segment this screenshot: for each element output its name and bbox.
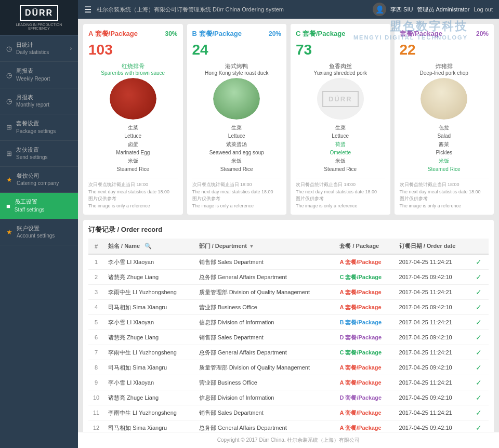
topbar-user-role: 管理员 Administrator xyxy=(417,6,469,14)
row-date: 2017-04-25 11:24:21 xyxy=(395,345,471,360)
sidebar-item-weekly-en: Weekly Report xyxy=(16,75,50,83)
row-num: 12 xyxy=(88,420,104,432)
row-date: 2017-04-25 09:42:10 xyxy=(395,420,471,432)
col-package: 套餐 / Package xyxy=(335,239,395,254)
package-a-count: 103 xyxy=(88,42,178,58)
row-status: ✓ xyxy=(471,315,489,330)
grid2-icon: ⊞ xyxy=(6,150,12,157)
logo-text: DÜRR xyxy=(20,5,58,21)
sidebar-item-catering[interactable]: ★ 餐饮公司 Catering company xyxy=(0,167,78,193)
package-b-image xyxy=(213,78,260,120)
clock3-icon: ◷ xyxy=(6,97,12,105)
row-date: 2017-04-25 09:42:10 xyxy=(395,360,471,375)
row-name: 诸慧亮 Zhuge Liang xyxy=(104,330,195,345)
row-name: 诸慧亮 Zhuge Liang xyxy=(104,270,195,285)
package-d-footer: 次日餐点统计截止当日 18:00 The next day meal stati… xyxy=(400,178,489,209)
row-status: ✓ xyxy=(471,390,489,405)
row-date: 2017-04-25 11:24:21 xyxy=(395,375,471,390)
row-num: 2 xyxy=(88,270,104,285)
sidebar-item-send-cn: 发伙设置 xyxy=(16,146,48,154)
package-c-count: 73 xyxy=(296,42,385,58)
col-date: 订餐日期 / Order date xyxy=(395,239,471,254)
row-package: A 套餐/Package xyxy=(335,405,395,420)
row-package: A 套餐/Package xyxy=(335,254,395,270)
sidebar-item-package-settings[interactable]: ⊞ 套餐设置 Package settings xyxy=(0,114,78,140)
table-row: 11 李雨中生 LI Yuzhongsheng 销售部 Sales Depart… xyxy=(88,405,489,420)
row-name: 李雨中生 LI Yuzhongsheng xyxy=(104,345,195,360)
sidebar-item-staff-cn: 员工设置 xyxy=(15,198,45,206)
avatar: 👤 xyxy=(373,3,386,16)
row-date: 2017-04-25 11:24:21 xyxy=(395,315,471,330)
package-a-pct: 30% xyxy=(165,30,177,37)
package-a-title: A 套餐/Package xyxy=(88,29,138,38)
logout-button[interactable]: Log out xyxy=(474,6,493,12)
sidebar-item-pkg-en: Package settings xyxy=(16,128,56,135)
package-b-footer: 次日餐点统计截止当日 18:00 The next day meal stati… xyxy=(192,178,282,209)
row-date: 2017-04-25 11:24:21 xyxy=(395,405,471,420)
main-area: ☰ 杜尔余装系统（上海）有限公司订餐管理系统 Dürr China Orderi… xyxy=(78,0,499,448)
row-date: 2017-04-25 09:42:10 xyxy=(395,270,471,285)
sidebar-item-weekly-cn: 周报表 xyxy=(16,67,50,75)
package-c-footer: 次日餐点统计截止当日 18:00 The next day meal stati… xyxy=(296,178,385,209)
row-dept: 总务部 General Affairs Department xyxy=(195,345,336,360)
table-row: 3 李雨中生 LI Yuzhongsheng 质量管理部 Division of… xyxy=(88,285,489,300)
sidebar-item-send-en: Send settings xyxy=(16,154,48,161)
row-package: C 套餐/Package xyxy=(335,270,395,285)
package-a-image xyxy=(110,78,156,120)
row-status: ✓ xyxy=(471,360,489,375)
package-c-main-dish: 鱼香肉丝 Yuxiang shredded pork xyxy=(296,62,385,76)
row-package: A 套餐/Package xyxy=(335,360,395,375)
row-date: 2017-04-25 09:42:10 xyxy=(395,390,471,405)
row-name: 诸慧亮 Zhuge Liang xyxy=(104,390,195,405)
footer-text: Copyright © 2017 Dürr China. 杜尔余装系统（上海）有… xyxy=(217,437,360,443)
sidebar-item-monthly-cn: 月报表 xyxy=(16,94,49,101)
row-num: 3 xyxy=(88,285,104,300)
row-package: A 套餐/Package xyxy=(335,285,395,300)
sidebar-item-send-settings[interactable]: ⊞ 发伙设置 Send settings xyxy=(0,141,78,167)
row-num: 10 xyxy=(88,390,104,405)
row-status: ✓ xyxy=(471,405,489,420)
durr-logo-placeholder: DÜRR xyxy=(322,91,359,107)
table-row: 6 诸慧亮 Zhuge Liang 销售部 Sales Department D… xyxy=(88,330,489,345)
chevron-right-icon: › xyxy=(70,46,72,51)
sidebar-item-staff-settings[interactable]: ■ 员工设置 Staff settings xyxy=(0,193,78,219)
sidebar-logo: DÜRR LEADING IN PRODUCTION EFFICIENCY xyxy=(0,0,78,36)
package-c-title: C 套餐/Package xyxy=(296,29,345,38)
row-dept: 总务部 General Affairs Department xyxy=(195,420,336,432)
row-name: 司马相如 Sima Xiangru xyxy=(104,300,195,315)
row-dept: 信息部 Division of Information xyxy=(195,315,336,330)
row-date: 2017-04-25 09:42:10 xyxy=(395,330,471,345)
sidebar-item-daily[interactable]: ◷ 日统计 Daily statistics › xyxy=(0,36,78,62)
table-row: 7 李雨中生 LI Yuzhongsheng 总务部 General Affai… xyxy=(88,345,489,360)
row-num: 1 xyxy=(88,254,104,270)
square-icon: ■ xyxy=(6,202,10,210)
row-status: ✓ xyxy=(471,285,489,300)
row-dept: 总务部 General Affairs Department xyxy=(195,270,336,285)
sidebar-item-catering-en: Catering company xyxy=(17,180,59,187)
row-status: ✓ xyxy=(471,254,489,270)
package-d-image xyxy=(421,78,467,120)
table-row: 5 李小雪 LI Xlaoyan 信息部 Division of Informa… xyxy=(88,315,489,330)
package-b-count: 24 xyxy=(192,42,282,58)
package-card-b: B 套餐/Package 20% 24 港式烤鸭 Hong Kong style… xyxy=(187,24,287,215)
search-icon[interactable]: 🔍 xyxy=(145,243,152,249)
sidebar-item-daily-en: Daily statistics xyxy=(16,49,49,56)
sidebar-item-weekly[interactable]: ◷ 周报表 Weekly Report xyxy=(0,62,78,88)
row-dept: 信息部 Division of Information xyxy=(195,390,336,405)
sidebar-item-monthly[interactable]: ◷ 月报表 Monthly report xyxy=(0,88,78,114)
package-a-footer: 次日餐点统计截止当日 18:00 The next day meal stati… xyxy=(88,178,178,209)
row-name: 李雨中生 LI Yuzhongsheng xyxy=(104,285,195,300)
package-d-title: 套餐/Package xyxy=(400,29,442,38)
sidebar-item-catering-cn: 餐饮公司 xyxy=(17,172,59,180)
package-b-pct: 20% xyxy=(269,30,281,37)
star-icon: ★ xyxy=(6,176,12,183)
sidebar-item-daily-cn: 日统计 xyxy=(16,41,49,49)
table-row: 4 司马相如 Sima Xiangru 营业部 Business Office … xyxy=(88,300,489,315)
hamburger-icon[interactable]: ☰ xyxy=(84,5,91,15)
table-row: 1 李小雪 LI Xlaoyan 销售部 Sales Department A … xyxy=(88,254,489,270)
sidebar-item-account-settings[interactable]: ★ 账户设置 Account settings xyxy=(0,219,78,245)
topbar-title: 杜尔余装系统（上海）有限公司订餐管理系统 Dürr China Ordering… xyxy=(97,6,373,14)
row-dept: 质量管理部 Division of Quality Management xyxy=(195,360,336,375)
package-d-items: 色拉Salad 酱菜Pickles 米饭Steamed Rice xyxy=(400,124,489,174)
row-status: ✓ xyxy=(471,420,489,432)
